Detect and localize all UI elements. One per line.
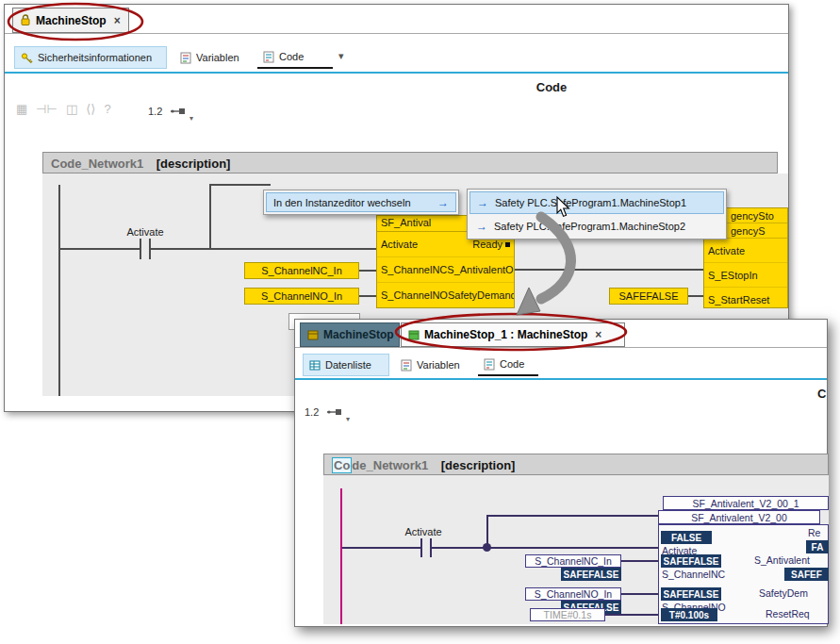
chevron-down-icon[interactable]: ▾	[338, 50, 344, 62]
const-safefalse[interactable]: SAFEFALSE	[609, 288, 688, 305]
accent-divider	[5, 72, 788, 74]
menu-item-open-instance-editor[interactable]: In den Instanzeditor wechseln →	[266, 192, 456, 212]
fb-input-pin: S_EStopIn	[708, 270, 758, 281]
branch-tool-icon[interactable]: ⟨⟩	[86, 102, 95, 116]
contact-tool-icon[interactable]: ⊣⊢	[36, 102, 58, 116]
contact-label[interactable]: Activate	[113, 226, 177, 238]
zoom-icon[interactable]	[170, 107, 186, 116]
fb-output-pin: S_AntivalentOut	[447, 264, 515, 275]
tab-variables[interactable]: Variablen	[174, 46, 252, 69]
grid-tool-icon[interactable]: ▦	[16, 102, 27, 116]
instance-submenu: → Safety PLC.SafeProgram1.MachineStop1 →…	[467, 189, 727, 239]
network-name: de_Network1	[352, 458, 428, 472]
wire	[515, 269, 703, 271]
fb-input-pin: S_StartReset	[708, 294, 769, 305]
block-icon	[307, 329, 319, 340]
input-ref-time[interactable]: TIME#0.1s	[530, 608, 605, 621]
input-ref-s-channelno-in[interactable]: S_ChannelNO_In	[525, 587, 621, 601]
submenu-arrow-icon: →	[437, 196, 449, 209]
doc-tab-label: MachineStop	[36, 14, 107, 27]
fb-input-pin: S_ChannelNC	[381, 264, 447, 275]
network-header[interactable]: Code_Network1 [description]	[42, 152, 778, 173]
fb-type-name[interactable]: SF_Antivalent_V2_00	[658, 510, 820, 524]
input-ref-s-channelnc-in[interactable]: S_ChannelNC_In	[525, 554, 621, 568]
fbd-canvas[interactable]: Activate SF_Antivalent_V2_00_1 SF_Antiva…	[323, 475, 829, 624]
zoom-level[interactable]: 1.2	[148, 106, 162, 117]
close-icon[interactable]: ×	[595, 328, 601, 341]
fb-output-pin-clipped: Re	[808, 527, 820, 538]
branch-wire	[486, 515, 658, 517]
fb-instance-name[interactable]: SF_Antivalent_V2_00_1	[663, 496, 829, 510]
fb-input-pin: S_ChannelNO	[381, 289, 448, 301]
tab-safety-info[interactable]: Sicherheitsinformationen	[14, 46, 167, 69]
unknown-contact-tool-icon[interactable]: ?	[104, 102, 110, 116]
dropdown-caret-icon[interactable]: ▾	[346, 415, 350, 423]
network-description: [description]	[441, 458, 516, 472]
tab-bar-divider	[5, 33, 788, 34]
contact-bar	[140, 239, 141, 259]
input-ref-s-channelno-in[interactable]: S_ChannelNO_In	[244, 288, 359, 305]
online-value: SAFEFALSE	[661, 587, 721, 601]
coil-tool-icon[interactable]: ◫	[66, 102, 77, 116]
wire	[688, 295, 703, 297]
menu-item-label: In den Instanzeditor wechseln	[273, 197, 431, 208]
tab-variables[interactable]: Variablen	[395, 354, 472, 376]
dropdown-caret-icon[interactable]: ▾	[189, 114, 193, 123]
doc-tab-machinestop[interactable]: MachineStop ×	[12, 8, 129, 33]
submenu-item-label: Safety PLC.SafeProgram1.MachineStop1	[495, 197, 686, 208]
fb-output-pin-clipped: ResetReq	[766, 608, 810, 619]
online-value-clipped: SAFEF	[784, 568, 829, 581]
wire	[605, 614, 658, 616]
network-name-selection: Co	[332, 457, 352, 473]
screenshot-stage: MachineStop × Sicherheitsinformationen V…	[0, 0, 840, 644]
goto-arrow-icon: →	[477, 196, 488, 209]
key-icon	[21, 52, 33, 64]
page-title-clipped: C	[817, 387, 826, 401]
online-value: SAFEFALSE	[661, 554, 721, 568]
submenu-item-label: Safety PLC.SafeProgram1.MachineStop2	[494, 221, 685, 232]
goto-arrow-icon: →	[476, 220, 487, 233]
doc-tab-machinestop-1-instance[interactable]: MachineStop_1 : MachineStop ×	[401, 322, 625, 347]
wire	[359, 295, 376, 297]
submenu-item-machinestop2[interactable]: → Safety PLC.SafeProgram1.MachineStop2	[469, 215, 724, 238]
wire	[359, 270, 376, 272]
tab-code[interactable]: Code	[478, 354, 538, 376]
contact-label[interactable]: Activate	[393, 526, 453, 537]
fb-output-pin-clipped: S_Antivalent	[754, 554, 829, 566]
wire	[621, 560, 658, 562]
fb-input-pin: Activate	[708, 245, 745, 256]
zoom-icon[interactable]	[326, 407, 342, 417]
lock-icon	[20, 14, 31, 26]
wire	[60, 248, 140, 250]
online-value: FALSE	[661, 531, 712, 544]
doc-tab-label: MachineStop_1 : MachineStop	[424, 328, 587, 341]
tab-code[interactable]: Code	[257, 46, 333, 69]
tab-label: Code	[279, 51, 304, 62]
submenu-item-machinestop1[interactable]: → Safety PLC.SafeProgram1.MachineStop1	[469, 191, 724, 214]
network-header[interactable]: Code_Network1 [description]	[323, 454, 829, 475]
wire	[151, 248, 376, 250]
input-ref-s-channelnc-in[interactable]: S_ChannelNC_In	[244, 262, 359, 279]
fb-output-pin: Ready	[472, 239, 502, 250]
page-title: Code	[495, 80, 608, 94]
wire	[432, 547, 658, 549]
power-rail-magenta	[340, 488, 342, 624]
tab-label: Datenliste	[325, 359, 371, 371]
zoom-level[interactable]: 1.2	[305, 406, 319, 418]
wire	[342, 547, 420, 549]
context-menu: In den Instanzeditor wechseln →	[263, 190, 459, 215]
close-icon[interactable]: ×	[114, 14, 121, 27]
branch-wire	[209, 184, 271, 186]
fb-input-pin: Activate	[381, 239, 418, 250]
tab-bar-divider	[295, 347, 827, 348]
green-block-icon	[408, 329, 420, 340]
tab-label: Variablen	[417, 359, 460, 371]
doc-tab-machinestop[interactable]: MachineStop	[300, 322, 400, 347]
branch-wire	[486, 515, 488, 549]
tab-data-list[interactable]: Datenliste	[303, 354, 389, 376]
power-rail	[58, 185, 60, 396]
network-name: Code_Network1	[51, 157, 143, 171]
variables-icon	[401, 359, 412, 372]
branch-wire	[209, 184, 211, 250]
tab-label: Variablen	[196, 52, 239, 63]
